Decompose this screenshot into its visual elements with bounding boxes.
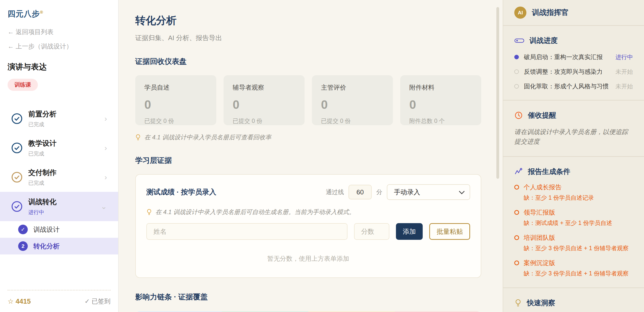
check-circle-icon (11, 171, 23, 183)
progress-status: 进行中 (615, 53, 633, 61)
status-dot-pending (514, 69, 519, 74)
step-text: 教学设计 已完成 (28, 139, 57, 157)
name-input[interactable] (146, 223, 347, 240)
reminder-text: 请在训战设计中录入学员名册，以便追踪提交进度 (514, 127, 633, 146)
registered-mark: ® (40, 10, 43, 15)
unmet-circle-icon (514, 185, 519, 190)
step-number-badge: 2 (18, 241, 28, 251)
add-button[interactable]: 添加 (396, 223, 423, 240)
assistant-header: AI 训战指挥官 (514, 0, 633, 25)
report-conditions-list: 个人成长报告 缺：至少 1 份学员自述记录 领导汇报版 缺：测试成绩 + 至少 … (514, 183, 633, 277)
progress-heading: 训战进度 (514, 36, 633, 45)
report-conditions-heading: 报告生成条件 (514, 167, 633, 176)
sidebar-footer: ☆ 4415 ✓ 已签到 (8, 290, 111, 305)
dashboard-tip: 在 4.1 训战设计中录入学员名册后可查看回收率 (135, 133, 481, 141)
step-status: 已完成 (28, 121, 57, 128)
chevron-right-icon: › (104, 115, 107, 122)
progress-item: 固化萃取：形成个人风格与习惯 未开始 (514, 82, 633, 90)
report-conditions-heading-text: 报告生成条件 (528, 167, 570, 176)
card-label: 辅导者观察 (233, 83, 296, 92)
chevron-down-icon: ⌄ (101, 203, 107, 210)
progress-pill-icon (514, 38, 524, 44)
card-value: 0 (321, 98, 384, 112)
progress-label: 固化萃取：形成个人风格与习惯 (524, 82, 609, 90)
report-missing: 缺：测试成绩 + 至少 1 份学员自述 (524, 219, 633, 227)
unmet-circle-icon (514, 261, 519, 265)
divider (503, 25, 644, 26)
chevron-right-icon: › (104, 173, 107, 181)
entry-mode-select[interactable]: 手动录入 (387, 184, 470, 200)
points-counter: ☆ 4415 (8, 297, 31, 305)
left-sidebar: 四元八步® ← 返回项目列表 ← 上一步（训战设计） 演讲与表达 训练课 前置分… (0, 0, 119, 312)
progress-label: 反馈调整：攻克即兴与感染力 (524, 68, 603, 76)
check-circle-icon (11, 142, 23, 154)
check-circle-icon (11, 201, 23, 212)
progress-list: 破局启动：重构一次真实汇报 进行中 反馈调整：攻克即兴与感染力 未开始 固化萃取… (514, 53, 633, 90)
status-dot-active (514, 55, 519, 59)
report-title: 培训团队版 (524, 233, 555, 242)
passline-label: 通过线 (326, 188, 344, 196)
tip-text: 在 4.1 训战设计中录入学员名册后可查看回收率 (144, 133, 271, 141)
substep-xunzhan-sheji[interactable]: ✓ 训战设计 (8, 221, 111, 238)
sidebar-step-qianzhi[interactable]: 前置分析 已完成 › (8, 104, 111, 133)
test-score-card: 测试成绩 · 按学员录入 通过线 分 手动录入 在 4.1 训战设计中录入学员名… (135, 174, 481, 278)
lightbulb-icon (135, 134, 141, 141)
insight-heading: 快速洞察 (514, 298, 633, 308)
report-missing: 缺：至少 1 份学员自述记录 (524, 194, 633, 202)
empty-scores-message: 暂无分数，使用上方表单添加 (146, 254, 470, 263)
chain-heading: 影响力链条 · 证据覆盖 (135, 292, 481, 302)
sidebar-step-xunzhan[interactable]: 训战转化 进行中 ⌄ (0, 192, 118, 221)
brand-text: 四元八步 (8, 9, 40, 18)
status-dot-pending (514, 84, 519, 89)
progress-status: 未开始 (615, 83, 633, 90)
previous-step-link[interactable]: ← 上一步（训战设计） (8, 42, 111, 50)
sidebar-step-jiaoxue[interactable]: 教学设计 已完成 › (8, 133, 111, 163)
report-condition-head: 培训团队版 (514, 233, 633, 242)
progress-status: 未开始 (615, 68, 633, 76)
card-subtext: 已提交 0 份 (144, 117, 207, 125)
dashboard-card-coach-observation: 辅导者观察 0 已提交 0 份 (224, 75, 305, 125)
step-label: 教学设计 (28, 139, 57, 148)
card-label: 主管评价 (321, 83, 384, 92)
tip-text: 在 4.1 训战设计中录入学员名册后可自动生成名册。当前为手动录入模式。 (155, 208, 355, 216)
project-title: 演讲与表达 (8, 62, 111, 72)
chevron-down-icon (459, 189, 465, 194)
chevron-right-icon: › (104, 144, 107, 152)
passline-unit: 分 (376, 188, 382, 196)
card-value: 0 (233, 98, 296, 112)
report-title: 个人成长报告 (524, 183, 561, 191)
scrollbar-thumb[interactable] (496, 7, 499, 179)
activity-chart-icon (514, 167, 523, 176)
main-content: 转化分析 证据归集、AI 分析、报告导出 证据回收仪表盘 学员自述 0 已提交 … (119, 0, 503, 312)
divider (503, 156, 644, 157)
lightbulb-icon (514, 299, 522, 307)
learning-heading: 学习层证据 (135, 155, 481, 166)
progress-heading-text: 训战进度 (529, 36, 558, 45)
report-condition: 领导汇报版 缺：测试成绩 + 至少 1 份学员自述 (514, 208, 633, 227)
step-label: 前置分析 (28, 109, 57, 119)
check-circle-icon (11, 113, 23, 124)
sidebar-step-jiaofu[interactable]: 交付制作 已完成 › (8, 163, 111, 192)
dashboard-card-manager-review: 主管评价 0 已提交 0 份 (312, 75, 393, 125)
brand-logo: 四元八步® (8, 9, 111, 19)
dashboard-card-attachments: 附件材料 0 附件总数 0 个 (400, 75, 481, 125)
back-to-projects-link[interactable]: ← 返回项目列表 (8, 28, 111, 36)
ai-avatar: AI (514, 7, 526, 19)
report-missing: 缺：至少 3 份学员自述 + 1 份辅导者观察 (524, 270, 633, 277)
card-label: 学员自述 (144, 83, 207, 92)
bulk-paste-button[interactable]: 批量粘贴 (429, 223, 470, 240)
ai-assistant-panel: AI 训战指挥官 训战进度 破局启动：重构一次真实汇报 进行中 反馈调整：攻克即… (503, 0, 644, 312)
signed-in-status: ✓ 已签到 (85, 297, 111, 305)
divider (503, 100, 644, 100)
passline-input[interactable] (348, 185, 372, 199)
report-condition: 个人成长报告 缺：至少 1 份学员自述记录 (514, 183, 633, 202)
step-status: 已完成 (28, 179, 57, 187)
card-subtext: 附件总数 0 个 (409, 117, 472, 125)
step-text: 交付制作 已完成 (28, 168, 57, 187)
score-input[interactable] (354, 223, 389, 240)
divider (503, 288, 644, 288)
substep-zhuanhua-fenxi[interactable]: 2 转化分析 (0, 238, 118, 254)
unmet-circle-icon (514, 235, 519, 240)
dashboard-cards: 学员自述 0 已提交 0 份 辅导者观察 0 已提交 0 份 主管评价 0 已提… (135, 75, 481, 125)
clock-icon (514, 111, 523, 120)
